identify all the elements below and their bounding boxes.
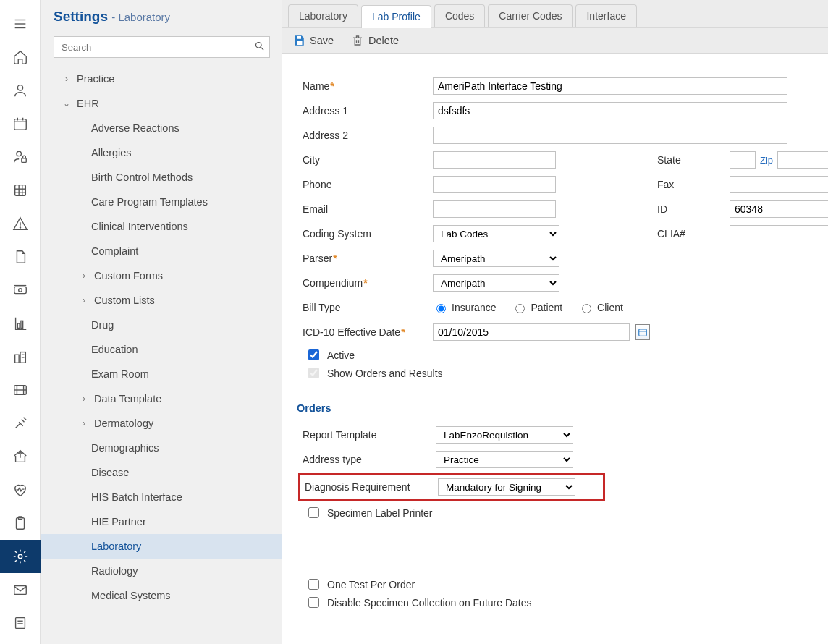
label-one-test: One Test Per Order (327, 579, 415, 590)
coding-system-select[interactable]: Lab Codes (433, 225, 559, 242)
person-lock-icon[interactable] (0, 140, 41, 174)
tab-lab-profile[interactable]: Lab Profile (361, 5, 431, 28)
calendar-icon[interactable] (0, 107, 41, 140)
diagnosis-req-select[interactable]: Mandatory for Signing (438, 478, 575, 496)
tab-interface[interactable]: Interface (575, 4, 636, 27)
tab-codes[interactable]: Codes (434, 4, 485, 27)
phone-field[interactable] (433, 176, 556, 193)
sidebar-item-dermatology[interactable]: ›Dermatology (41, 411, 282, 436)
sidebar-item-radiology[interactable]: Radiology (41, 559, 282, 583)
document-icon[interactable] (0, 240, 41, 274)
tab-carrier-codes[interactable]: Carrier Codes (488, 4, 573, 27)
label-name: Name (303, 80, 426, 92)
bill-type-insurance[interactable]: Insurance (433, 302, 496, 313)
sidebar-item-hie-partner[interactable]: HIE Partner (41, 509, 282, 534)
person-icon[interactable] (0, 74, 41, 107)
label-clia: CLIA# (657, 228, 722, 240)
note-icon[interactable] (0, 606, 41, 640)
id-field[interactable] (730, 200, 828, 218)
calendar-picker-icon[interactable] (635, 324, 650, 340)
svg-rect-40 (297, 41, 303, 45)
show-orders-checkbox (308, 368, 319, 378)
hamburger-icon[interactable] (0, 7, 41, 41)
one-test-checkbox[interactable] (308, 579, 319, 590)
address2-field[interactable] (433, 127, 787, 144)
report-template-select[interactable]: LabEnzoRequistion (436, 426, 573, 444)
sidebar-item-complaint[interactable]: Complaint (41, 239, 282, 263)
icd10-date-field[interactable] (433, 323, 630, 341)
breadcrumb: Settings - Laboratory (41, 0, 282, 30)
active-checkbox[interactable] (308, 349, 319, 360)
search-icon[interactable] (249, 41, 269, 54)
injection-icon[interactable] (0, 407, 41, 440)
sidebar-item-education[interactable]: Education (41, 337, 282, 362)
label-city: City (303, 154, 426, 166)
city-field[interactable] (433, 151, 556, 169)
mail-icon[interactable] (0, 573, 41, 606)
sidebar-item-clinical-interventions[interactable]: Clinical Interventions (41, 214, 282, 239)
label-parser: Parser (303, 253, 426, 264)
trash-icon (351, 34, 364, 47)
bill-type-client[interactable]: Client (578, 302, 623, 313)
zip-label[interactable]: Zip (760, 155, 773, 166)
building-icon[interactable] (0, 340, 41, 373)
svg-rect-21 (20, 321, 22, 328)
tab-laboratory[interactable]: Laboratory (288, 4, 358, 27)
clipboard-icon[interactable] (0, 507, 41, 540)
bill-type-patient[interactable]: Patient (512, 302, 562, 313)
specimen-printer-checkbox[interactable] (308, 507, 319, 518)
gear-icon[interactable] (0, 540, 41, 573)
sidebar-item-care-program-templates[interactable]: Care Program Templates (41, 190, 282, 214)
sidebar-section-ehr[interactable]: ⌄EHR (41, 91, 282, 116)
chart-icon[interactable] (0, 307, 41, 340)
zip1-field[interactable] (777, 151, 828, 169)
address-type-select[interactable]: Practice (436, 451, 573, 468)
svg-rect-10 (14, 185, 25, 196)
label-address2: Address 2 (303, 130, 426, 141)
email-field[interactable] (433, 200, 556, 218)
sidebar-item-demographics[interactable]: Demographics (41, 436, 282, 460)
sidebar-item-medical-systems[interactable]: Medical Systems (41, 583, 282, 608)
sidebar-item-birth-control-methods[interactable]: Birth Control Methods (41, 165, 282, 190)
address1-field[interactable] (433, 102, 787, 119)
sidebar-item-adverse-reactions[interactable]: Adverse Reactions (41, 116, 282, 140)
alert-icon[interactable] (0, 207, 41, 240)
grid-icon[interactable] (0, 174, 41, 207)
sidebar-item-disease[interactable]: Disease (41, 460, 282, 485)
sidebar-item-his-batch-interface[interactable]: HIS Batch Interface (41, 485, 282, 509)
name-field[interactable] (433, 77, 787, 95)
save-button[interactable]: Save (292, 34, 334, 47)
compendium-select[interactable]: Ameripath (433, 274, 559, 292)
sidebar-item-drug[interactable]: Drug (41, 313, 282, 337)
money-icon[interactable] (0, 274, 41, 307)
sidebar-item-data-template[interactable]: ›Data Template (41, 386, 282, 411)
disable-future-checkbox[interactable] (308, 597, 319, 608)
main-panel: LaboratoryLab ProfileCodesCarrier CodesI… (282, 0, 828, 644)
form-area: Name Address 1 Address 2 City State Zip (282, 54, 828, 644)
svg-rect-20 (17, 323, 20, 328)
fax-field[interactable] (730, 176, 828, 193)
chevron-icon: › (61, 74, 72, 84)
sidebar-item-exam-room[interactable]: Exam Room (41, 362, 282, 386)
floppy-icon (292, 34, 305, 47)
label-phone: Phone (303, 179, 426, 190)
home-icon[interactable] (0, 41, 41, 74)
svg-point-32 (18, 554, 22, 559)
orders-heading: Orders (297, 402, 808, 414)
sidebar-item-laboratory[interactable]: Laboratory (41, 534, 282, 559)
clia-field[interactable] (730, 225, 828, 242)
search-input[interactable] (54, 42, 249, 53)
film-icon[interactable] (0, 373, 41, 407)
sidebar-item-allergies[interactable]: Allergies (41, 140, 282, 165)
state-field[interactable] (730, 151, 756, 169)
svg-rect-39 (297, 36, 301, 39)
sidebar-item-custom-forms[interactable]: ›Custom Forms (41, 263, 282, 288)
diagnosis-requirement-highlight: Diagnosis Requirement Mandatory for Sign… (298, 473, 605, 501)
sidebar-item-custom-lists[interactable]: ›Custom Lists (41, 288, 282, 313)
label-specimen-printer: Specimen Label Printer (327, 507, 433, 519)
upload-icon[interactable] (0, 440, 41, 473)
sidebar-section-practice[interactable]: ›Practice (41, 67, 282, 91)
heart-icon[interactable] (0, 473, 41, 507)
delete-button[interactable]: Delete (351, 34, 399, 47)
parser-select[interactable]: Ameripath (433, 250, 559, 267)
